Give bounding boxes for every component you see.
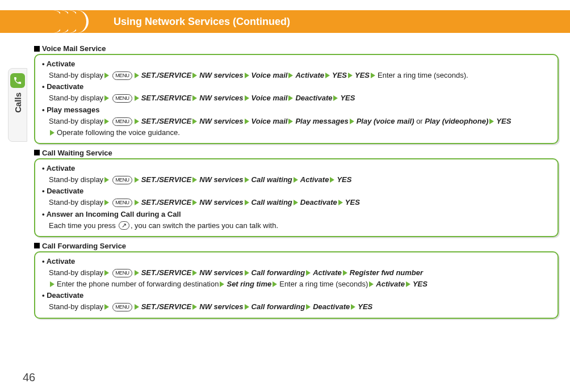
text-standby: Stand-by display [49,302,103,311]
menu-button-icon: MENU [112,117,132,126]
steps-vm-deactivate: Stand-by displayMENUSET./SERVICENW servi… [42,92,551,104]
heading-text: Voice Mail Service [42,44,106,53]
menu-activate: Activate [376,280,405,288]
arrow-icon [192,95,197,101]
menu-deactivate: Deactivate [295,94,332,102]
menu-callwaiting: Call waiting [252,175,292,184]
arrow-icon [135,304,139,310]
menu-yes: YES [496,117,511,125]
arrow-icon [489,119,494,124]
menu-button-icon: MENU [112,176,132,184]
arrow-icon [104,270,109,276]
menu-callfwd: Call forwarding [252,302,305,311]
menu-play-video: Play (videophone) [425,117,488,125]
menu-yes: YES [345,198,360,206]
arrow-icon [245,95,249,101]
text-answer-pre: Each time you press [49,221,118,230]
call-button-icon: ↗ [119,221,129,230]
square-bullet-icon [34,150,40,155]
arrow-icon [294,177,298,183]
arrow-icon [104,304,109,310]
section-callfwd: Call Forwarding Service Activate Stand-b… [34,242,559,319]
menu-yes: YES [332,71,347,79]
section-voicemail: Voice Mail Service Activate Stand-by dis… [34,44,559,144]
arrow-icon [104,95,109,101]
arrow-icon [333,95,338,101]
page-title: Using Network Services (Continued) [114,16,290,28]
menu-set-service: SET./SERVICE [141,71,192,79]
menu-set-service: SET./SERVICE [141,175,192,184]
text-standby: Stand-by display [49,117,103,125]
menu-play-messages: Play messages [295,117,348,125]
menu-activate: Activate [300,175,329,184]
steps-cf-activate: Stand-by displayMENUSET./SERVICENW servi… [42,267,551,290]
arrow-icon [192,73,197,78]
arrow-icon [135,270,139,276]
steps-cw-answer: Each time you press ↗, you can switch th… [42,220,551,231]
section-callwaiting: Call Waiting Service Activate Stand-by d… [34,149,559,237]
bullet-activate: Activate [42,58,551,70]
section-header-callwaiting: Call Waiting Service [34,149,559,157]
text-ring-time: Enter a ring time (seconds) [279,280,368,288]
bullet-activate: Activate [42,256,551,267]
menu-nw-services: NW services [199,198,243,206]
menu-set-ring-time: Set ring time [227,280,271,288]
menu-deactivate: Deactivate [300,198,337,206]
steps-cf-deactivate: Stand-by displayMENUSET./SERVICENW servi… [42,301,551,313]
text-standby: Stand-by display [49,94,103,102]
text-standby: Stand-by display [49,198,103,206]
arrow-icon [406,281,410,287]
arrow-icon [135,177,139,183]
text-standby: Stand-by display [49,268,103,277]
arrow-icon [135,73,139,78]
menu-button-icon: MENU [112,71,132,80]
steps-cw-activate: Stand-by displayMENUSET./SERVICENW servi… [42,174,551,186]
header-bar: Using Network Services (Continued) [0,10,570,33]
arrow-icon [288,119,293,124]
text-enter-number: Enter the phone number of forwarding des… [57,280,219,288]
arrow-icon [343,270,347,276]
menu-voicemail: Voice mail [252,71,288,79]
section-header-voicemail: Voice Mail Service [34,44,559,53]
menu-yes: YES [358,302,372,311]
steps-cw-deactivate: Stand-by displayMENUSET./SERVICENW servi… [42,197,551,208]
arrow-icon [245,73,249,78]
menu-nw-services: NW services [199,302,243,311]
menu-callfwd: Call forwarding [252,268,305,277]
menu-play-voice: Play (voice mail) [357,117,414,125]
arrow-icon [245,304,249,310]
box-callwaiting: Activate Stand-by displayMENUSET./SERVIC… [34,158,559,237]
box-voicemail: Activate Stand-by displayMENUSET./SERVIC… [34,54,559,144]
arrow-icon [294,200,298,205]
arrow-icon [192,119,197,124]
menu-yes: YES [355,71,370,79]
menu-yes: YES [340,94,355,102]
steps-vm-play: Stand-by displayMENUSET./SERVICENW servi… [42,116,551,138]
text-answer-post: , you can switch the parties you can tal… [131,221,278,230]
arrow-icon [50,130,55,136]
bullet-answer: Answer an Incoming Call during a Call [42,209,551,220]
menu-yes: YES [413,280,428,288]
text-ring-time: Enter a ring time (seconds). [378,71,468,79]
arrow-icon [245,119,249,124]
arrow-icon [50,281,55,287]
arrow-icon [288,95,293,101]
heading-text: Call Forwarding Service [42,242,126,250]
header-decoration [57,10,89,33]
square-bullet-icon [34,46,40,52]
menu-voicemail: Voice mail [252,94,288,102]
arrow-icon [288,73,293,78]
arrow-icon [350,119,354,124]
heading-text: Call Waiting Service [42,149,112,157]
bullet-deactivate: Deactivate [42,186,551,197]
side-tab: Calls [8,68,27,142]
bullet-deactivate: Deactivate [42,290,551,301]
menu-button-icon: MENU [112,303,132,311]
arrow-icon [192,270,197,276]
menu-button-icon: MENU [112,269,132,277]
side-category-label: Calls [13,92,23,113]
menu-nw-services: NW services [199,175,243,184]
arrow-icon [348,73,353,78]
text-standby: Stand-by display [49,71,103,79]
menu-button-icon: MENU [112,199,132,207]
